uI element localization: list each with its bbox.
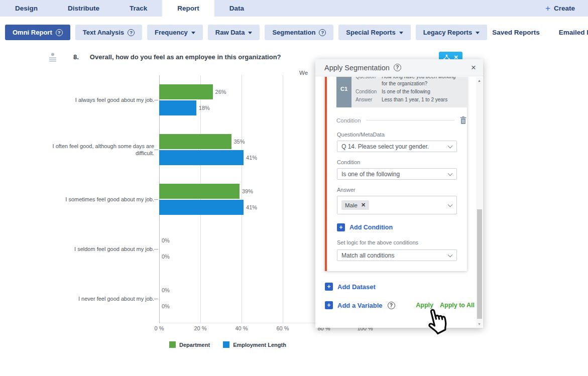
answer-chips: Male✕ xyxy=(341,200,369,210)
bar-value-label: 39% xyxy=(242,188,253,194)
add-dataset-button[interactable]: + Add Dataset xyxy=(325,283,476,291)
answer-multiselect[interactable]: Male✕ xyxy=(337,196,457,214)
chevron-down-icon xyxy=(448,202,453,207)
category-tick xyxy=(154,199,158,200)
modal-scrollbar[interactable]: ▲ ▼ xyxy=(476,77,483,327)
logic-label: Set logic for the above conditions xyxy=(337,239,457,245)
create-button[interactable]: + Create xyxy=(532,0,588,17)
toolbar-link-saved-reports[interactable]: Saved Reports xyxy=(492,29,540,36)
summary-row: ConditionIs one of the following xyxy=(356,88,458,95)
toolbar-buttons: Omni Report?Text Analysis?FrequencyRaw D… xyxy=(5,25,492,40)
condition-summary-card: C1 QuestionHow long have you been workin… xyxy=(336,77,467,107)
toolbar-button-raw-data[interactable]: Raw Data xyxy=(208,25,260,40)
legend-swatch xyxy=(169,341,176,348)
category-tick xyxy=(154,249,158,249)
add-condition-button[interactable]: + Add Condition xyxy=(337,223,467,231)
bar-value-label: 0% xyxy=(162,237,170,243)
chip-remove-icon[interactable]: ✕ xyxy=(361,202,366,208)
help-icon[interactable]: ? xyxy=(394,64,401,71)
bar-value-label: 18% xyxy=(199,105,210,111)
question-header: 8. Overall, how do you feel as an employ… xyxy=(48,53,281,62)
caret-down-icon xyxy=(399,32,403,34)
respondent-icon xyxy=(48,52,57,62)
select-value: Match all conditions xyxy=(341,252,394,259)
condition-select[interactable]: Is one of the following xyxy=(337,168,457,180)
bar-value-label: 0% xyxy=(162,254,170,260)
nav-tab-design[interactable]: Design xyxy=(0,0,53,17)
top-navbar: DesignDistributeTrackReportData + Create xyxy=(0,0,588,17)
scroll-up-icon[interactable]: ▲ xyxy=(476,77,483,83)
summary-row-value: How long have you been working for the o… xyxy=(382,77,458,87)
add-dataset-label: Add Dataset xyxy=(337,283,376,291)
toolbar-button-label: Frequency xyxy=(155,29,188,36)
modal-body: C1 QuestionHow long have you been workin… xyxy=(315,77,476,328)
category-label: I often feel good, although some days ar… xyxy=(50,125,154,175)
logic-select[interactable]: Match all conditions xyxy=(337,249,457,261)
field-label: Answer xyxy=(337,187,457,193)
summary-row: QuestionHow long have you been working f… xyxy=(356,77,458,87)
nav-tabs: DesignDistributeTrackReportData xyxy=(0,0,259,17)
category-tick xyxy=(154,299,158,299)
toolbar-button-text-analysis[interactable]: Text Analysis? xyxy=(75,25,142,40)
toolbar-button-frequency[interactable]: Frequency xyxy=(147,25,203,40)
caret-down-icon xyxy=(191,32,195,34)
summary-row-label: Condition xyxy=(356,88,382,95)
summary-row-value: Is one of the following xyxy=(382,88,458,95)
bar-department xyxy=(159,184,240,199)
answer-chip: Male✕ xyxy=(341,200,369,210)
scroll-down-icon[interactable]: ▼ xyxy=(476,321,483,327)
bar-department xyxy=(159,134,231,149)
chart-legend: DepartmentEmployment Length xyxy=(169,341,286,348)
help-icon: ? xyxy=(319,29,326,36)
nav-tab-track[interactable]: Track xyxy=(114,0,162,17)
create-label: Create xyxy=(554,5,575,12)
nav-tab-report[interactable]: Report xyxy=(162,0,214,17)
trash-icon[interactable] xyxy=(459,116,467,124)
condition-section-label: Condition xyxy=(336,117,361,123)
toolbar-button-special-reports[interactable]: Special Reports xyxy=(338,25,410,40)
modal-header: Apply Segmentation ? × xyxy=(315,59,483,76)
summary-row-label: Question xyxy=(356,77,382,87)
legend-label: Department xyxy=(179,342,210,348)
toolbar-button-label: Special Reports xyxy=(346,29,395,36)
plus-icon: + xyxy=(325,283,333,291)
add-condition-label: Add Condition xyxy=(349,224,393,231)
toolbar-button-segmentation[interactable]: Segmentation? xyxy=(265,25,333,40)
toolbar-button-legacy-reports[interactable]: Legacy Reports xyxy=(416,25,488,40)
question-number: 8. xyxy=(73,53,79,61)
select-value: Q 14. Please select your gender. xyxy=(341,143,429,150)
category-tick xyxy=(154,150,158,150)
select-value: Is one of the following xyxy=(341,171,400,178)
bar-value-label: 26% xyxy=(215,89,226,95)
report-toolbar: Omni Report?Text Analysis?FrequencyRaw D… xyxy=(0,17,588,44)
caret-down-icon xyxy=(248,32,252,34)
bar-employment-length xyxy=(159,100,196,115)
chart-category-labels: I always feel good about my job.I often … xyxy=(50,75,154,323)
app-root: DesignDistributeTrackReportData + Create… xyxy=(0,0,588,376)
apply-to-all-button[interactable]: Apply to All xyxy=(440,302,475,309)
logic-select-wrap: Match all conditions xyxy=(337,249,457,261)
condition-section-header: Condition xyxy=(336,116,467,124)
question-select[interactable]: Q 14. Please select your gender. xyxy=(337,141,457,152)
clipped-background-text: We xyxy=(299,70,308,76)
x-axis-tick-label: 0 % xyxy=(155,325,164,331)
divider-line xyxy=(366,120,454,120)
toolbar-button-label: Omni Report xyxy=(13,29,52,36)
nav-tab-data[interactable]: Data xyxy=(214,0,259,17)
scrollbar-thumb[interactable] xyxy=(477,209,482,319)
toolbar-link-emailed-reports[interactable]: Emailed Reports xyxy=(559,29,588,36)
add-variable-label: Add a Variable xyxy=(337,302,383,309)
apply-button[interactable]: Apply xyxy=(416,302,433,309)
help-icon[interactable]: ? xyxy=(388,302,395,309)
category-label: I sometimes feel good about my job. xyxy=(50,175,154,224)
nav-tab-distribute[interactable]: Distribute xyxy=(53,0,114,17)
category-tick xyxy=(154,100,158,100)
plus-icon: + xyxy=(337,223,345,231)
bar-employment-length xyxy=(159,200,244,215)
toolbar-button-omni-report[interactable]: Omni Report? xyxy=(5,25,70,40)
caret-down-icon xyxy=(476,32,480,34)
condition-badge: C1 xyxy=(336,77,351,107)
close-icon[interactable]: × xyxy=(471,63,476,72)
chevron-down-icon xyxy=(448,252,453,257)
bar-department xyxy=(159,84,213,99)
